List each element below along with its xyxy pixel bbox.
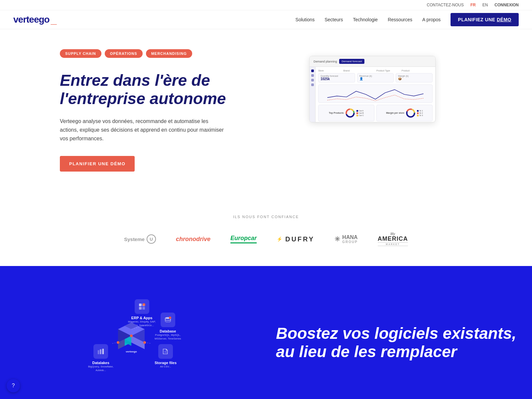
donut-quantity: Top Products Cat A Cat B [318, 105, 374, 121]
sidebar-dot-1 [311, 69, 314, 72]
svg-point-15 [169, 317, 171, 319]
node-storage: Storage files All CSV... [155, 344, 177, 368]
help-button[interactable]: ? [7, 379, 20, 392]
sidebar-dot-3 [311, 79, 314, 81]
blue-left: ! ERP & Apps Magento, Shopify, SAP,Oracl… [13, 293, 256, 392]
trust-label: ILS NOUS FONT CONFIANCE [13, 215, 519, 219]
help-icon: ? [12, 383, 15, 389]
datalakes-sub: BigQuery, Snowflake,Azblob... [88, 365, 113, 372]
sidebar-dot-4 [311, 83, 314, 86]
blue-title: Boostez vos logiciels existants, au lieu… [276, 324, 519, 361]
cube-svg: verteego [111, 321, 151, 354]
hero-tags: SUPPLY CHAIN OPÉRATIONS MERCHANDISING [60, 49, 226, 58]
svg-rect-8 [139, 304, 142, 306]
contact-link[interactable]: CONTACTEZ-NOUS [427, 3, 464, 7]
hero-title: Entrez dans l'ère de l'entreprise autono… [60, 71, 226, 108]
hana-icon: ✳ [334, 235, 340, 243]
tag-merchandising[interactable]: MERCHANDISING [146, 49, 192, 58]
trust-logos: Systeme U chronodrive Europcar ⚡ DUFRY ✳… [13, 232, 519, 246]
metric-revenue: Revenue (k) 👤 [357, 73, 394, 82]
integration-diagram: ! ERP & Apps Magento, Shopify, SAP,Oracl… [68, 293, 201, 386]
metric-quantity: Quantity forecast 1025k [318, 73, 355, 82]
hero-right: Demand planning Demand forecast Store Br… [226, 49, 519, 122]
dash-content: Store Brand Product Type Product Quantit… [310, 67, 435, 122]
center-cube: verteego [111, 319, 151, 356]
nav-secteurs[interactable]: Secteurs [325, 17, 343, 22]
svg-rect-18 [98, 350, 99, 354]
dash-tab[interactable]: Demand forecast [339, 59, 365, 64]
connexion-link[interactable]: CONNEXION [494, 3, 519, 7]
nav-apropos[interactable]: A propos [422, 17, 441, 22]
hero-section: SUPPLY CHAIN OPÉRATIONS MERCHANDISING En… [0, 29, 532, 198]
database-icon [161, 313, 175, 327]
erp-icon: ! [135, 299, 149, 314]
dufry-text: DUFRY [285, 235, 315, 243]
hero-left: SUPPLY CHAIN OPÉRATIONS MERCHANDISING En… [60, 49, 226, 172]
storage-sub: All CSV... [155, 365, 177, 368]
logo-dufry: ⚡ DUFRY [277, 235, 315, 243]
logo-myamerica: My AMERICA MARKET [378, 232, 408, 246]
myamerica-text: My AMERICA MARKET [378, 232, 408, 246]
nav-technologie[interactable]: Technologie [353, 17, 378, 22]
logo-dot: _ [51, 14, 57, 25]
svg-line-36 [111, 342, 118, 351]
logo-hana: ✳ HANA GROUP [334, 235, 358, 244]
database-sub: PostgreSQL, MySQL,MSServer, TimeSeries [155, 333, 181, 340]
dashboard-mockup: Demand planning Demand forecast Store Br… [309, 56, 436, 122]
metric-margin: Margin (k) 📦 [396, 73, 433, 82]
nav-links: Solutions Secteurs Technologie Ressource… [296, 17, 519, 23]
tag-operations[interactable]: OPÉRATIONS [105, 49, 143, 58]
dash-title: Demand planning [314, 60, 337, 63]
logo[interactable]: verteego _ [13, 14, 57, 25]
trend-chart [318, 84, 433, 103]
sidebar-dot-2 [311, 74, 314, 77]
hero-desc: Verteego analyse vos données, recommande… [60, 117, 226, 143]
nav-solutions[interactable]: Solutions [296, 17, 315, 22]
logo-europcar: Europcar [230, 235, 257, 243]
u-circle: U [147, 234, 156, 244]
dash-main: Store Brand Product Type Product Quantit… [316, 67, 435, 122]
svg-rect-19 [100, 349, 101, 354]
logo-chronodrive: chronodrive [176, 236, 210, 243]
svg-rect-11 [142, 307, 145, 310]
main-nav: verteego _ Solutions Secteurs Technologi… [0, 10, 532, 29]
logo-systeme-u: Systeme U [124, 234, 156, 244]
datalakes-title: Datalakes [88, 361, 113, 365]
database-title: Database [155, 329, 181, 333]
hero-cta-button[interactable]: PLANIFIER UNE DÉMO [60, 156, 135, 172]
blue-section: ! ERP & Apps Magento, Shopify, SAP,Oracl… [0, 266, 532, 399]
logo-text: verteego [13, 14, 50, 25]
node-datalakes: Datalakes BigQuery, Snowflake,Azblob... [88, 344, 113, 372]
dash-header: Demand planning Demand forecast [310, 56, 435, 67]
systeme-u-text: Systeme [124, 236, 145, 242]
svg-point-34 [130, 334, 133, 337]
dash-sidebar [310, 67, 316, 122]
svg-rect-20 [102, 349, 104, 354]
storage-title: Storage files [155, 361, 177, 365]
svg-rect-10 [139, 307, 142, 310]
lang-en-link[interactable]: EN [482, 3, 488, 7]
metrics-row: Quantity forecast 1025k Revenue (k) 👤 Ma… [318, 73, 433, 82]
lang-fr-link[interactable]: FR [470, 3, 476, 7]
svg-text:verteego: verteego [126, 350, 137, 353]
svg-line-35 [145, 342, 151, 351]
dufry-icon: ⚡ [277, 236, 283, 242]
storage-icon [158, 344, 173, 359]
trust-section: ILS NOUS FONT CONFIANCE Systeme U chrono… [0, 198, 532, 266]
europcar-text: Europcar [230, 235, 257, 243]
bottom-charts: Top Products Cat A Cat B [318, 105, 433, 121]
top-bar: CONTACTEZ-NOUS FR EN CONNEXION [0, 0, 532, 10]
tag-supply-chain[interactable]: SUPPLY CHAIN [60, 49, 101, 58]
datalakes-icon [93, 344, 108, 359]
node-database: Database PostgreSQL, MySQL,MSServer, Tim… [155, 313, 181, 340]
donut-margin: Margin per store St 1 St 2 [376, 105, 433, 121]
nav-ressources[interactable]: Ressources [388, 17, 412, 22]
nav-cta-button[interactable]: PLANIFIEZ UNE DÉMO [451, 13, 519, 26]
blue-right: Boostez vos logiciels existants, au lieu… [256, 324, 519, 361]
chronodrive-text: chronodrive [176, 236, 210, 243]
hana-text: HANA GROUP [342, 235, 358, 244]
